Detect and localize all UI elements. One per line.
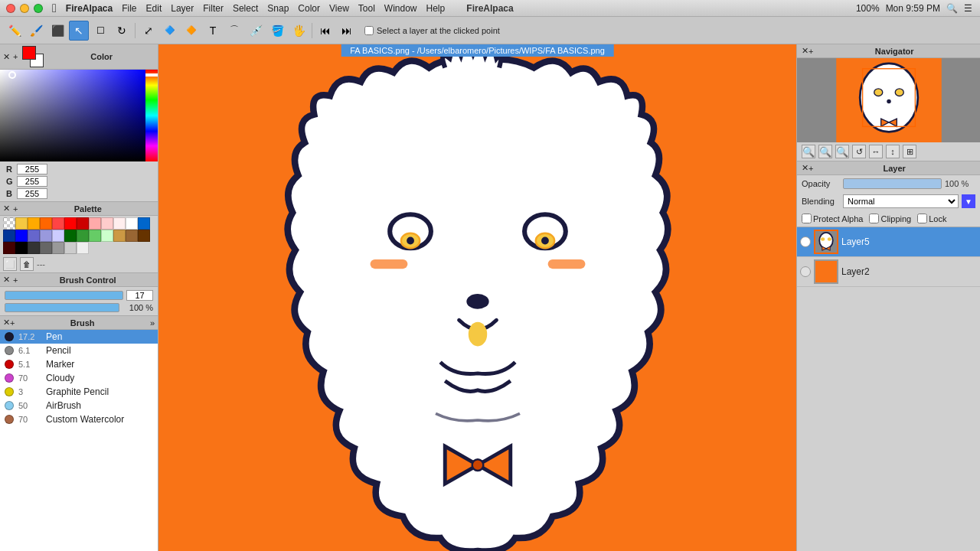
- palette-color-29[interactable]: [77, 242, 89, 254]
- palette-color-13[interactable]: [28, 230, 40, 242]
- palette-color-5[interactable]: [77, 217, 89, 230]
- zoom-out-button[interactable]: 🔍: [802, 145, 815, 158]
- palette-color-12[interactable]: [15, 230, 28, 242]
- b-input[interactable]: [17, 188, 47, 199]
- file-menu-item[interactable]: File: [122, 3, 136, 14]
- brush-list-more[interactable]: »: [150, 318, 155, 328]
- app-menu-item[interactable]: FireAlpaca: [66, 3, 113, 14]
- palette-color-22[interactable]: [138, 230, 150, 242]
- zoom-in-button[interactable]: 🔍: [835, 145, 849, 158]
- window-menu-item[interactable]: Window: [384, 3, 417, 14]
- g-input[interactable]: [17, 176, 47, 187]
- palette-color-8[interactable]: [113, 217, 126, 230]
- curve-tool[interactable]: ⌒: [224, 21, 244, 41]
- palette-color-19[interactable]: [101, 230, 113, 242]
- brush-item-custom-watercolor[interactable]: 70 Custom Watercolor: [0, 412, 158, 426]
- help-menu-item[interactable]: Help: [426, 3, 446, 14]
- selection-tool[interactable]: ↖: [69, 21, 89, 41]
- brush-control-close[interactable]: ✕: [3, 275, 10, 285]
- palette-color-9[interactable]: [126, 217, 138, 230]
- flip-h-button[interactable]: ↔: [869, 145, 883, 158]
- brush-item-pen[interactable]: 17.2 Pen: [0, 330, 158, 344]
- next-frame-btn[interactable]: ⏭: [337, 21, 357, 41]
- palette-color-6[interactable]: [89, 217, 101, 230]
- brush-item-marker[interactable]: 5.1 Marker: [0, 357, 158, 371]
- tool-menu-item[interactable]: Tool: [358, 3, 375, 14]
- palette-color-7[interactable]: [101, 217, 113, 230]
- palette-color-18[interactable]: [89, 230, 101, 242]
- prev-frame-btn[interactable]: ⏮: [315, 21, 335, 41]
- size-input[interactable]: [126, 290, 153, 301]
- eyedropper-tool[interactable]: 💉: [246, 21, 266, 41]
- deform-tool[interactable]: 🔷: [160, 21, 180, 41]
- puppet-tool[interactable]: 🔶: [181, 21, 201, 41]
- search-icon[interactable]: 🔍: [946, 3, 958, 14]
- color-panel-close[interactable]: ✕: [3, 52, 10, 62]
- zoom-fit-button[interactable]: 🔍: [818, 145, 832, 158]
- palette-color-21[interactable]: [126, 230, 138, 242]
- palette-color-23[interactable]: [3, 242, 15, 254]
- clipping-checkbox[interactable]: [869, 214, 879, 223]
- palette-color-28[interactable]: [64, 242, 77, 254]
- blend-dropdown-button[interactable]: ▼: [962, 194, 975, 208]
- palette-color-17[interactable]: [77, 230, 89, 242]
- move-tool[interactable]: ☐: [90, 21, 110, 41]
- layer-visibility-toggle[interactable]: [800, 266, 811, 277]
- palette-color-14[interactable]: [40, 230, 52, 242]
- size-slider[interactable]: [5, 291, 123, 300]
- nav-close[interactable]: ✕: [802, 46, 808, 56]
- brush-item-airbrush[interactable]: 50 AirBrush: [0, 399, 158, 412]
- palette-color-15[interactable]: [52, 230, 64, 242]
- fill-tool[interactable]: ⬛: [47, 21, 67, 41]
- palette-color-2[interactable]: [40, 217, 52, 230]
- palette-color-25[interactable]: [28, 242, 40, 254]
- close-button[interactable]: [6, 4, 15, 13]
- edit-menu-item[interactable]: Edit: [146, 3, 162, 14]
- lock-checkbox[interactable]: [917, 214, 927, 223]
- maximize-button[interactable]: [34, 4, 43, 13]
- palette-color-20[interactable]: [113, 230, 126, 242]
- palette-color-4[interactable]: [64, 217, 77, 230]
- nav-more-button[interactable]: ⊞: [903, 145, 916, 158]
- select-menu-item[interactable]: Select: [233, 3, 258, 14]
- brush-list-close[interactable]: ✕: [3, 318, 10, 328]
- foreground-color[interactable]: [22, 46, 36, 60]
- palette-color-27[interactable]: [52, 242, 64, 254]
- palette-color-26[interactable]: [40, 242, 52, 254]
- brush-item-cloudy[interactable]: 70 Cloudy: [0, 371, 158, 385]
- palette-color-1[interactable]: [28, 217, 40, 230]
- filter-menu-item[interactable]: Filter: [203, 3, 224, 14]
- brush-item-graphite-pencil[interactable]: 3 Graphite Pencil: [0, 385, 158, 399]
- rotate-tool[interactable]: ↻: [112, 21, 132, 41]
- palette-close[interactable]: ✕: [3, 204, 10, 214]
- protect-alpha-checkbox[interactable]: [802, 214, 812, 223]
- palette-color-24[interactable]: [15, 242, 28, 254]
- palette-color-11[interactable]: [3, 230, 15, 242]
- blend-mode-select[interactable]: Normal: [843, 194, 959, 208]
- flip-v-button[interactable]: ↕: [886, 145, 900, 158]
- layer-panel-close[interactable]: ✕: [802, 163, 808, 173]
- palette-color-10[interactable]: [138, 217, 150, 230]
- delete-color-button[interactable]: 🗑: [20, 257, 34, 271]
- view-menu-item[interactable]: View: [329, 3, 349, 14]
- pen-tool[interactable]: ✏️: [5, 21, 24, 41]
- brush-control-expand[interactable]: +: [13, 276, 18, 285]
- color-preview[interactable]: [22, 46, 44, 67]
- control-strip-icon[interactable]: ☰: [964, 3, 972, 14]
- new-color-button[interactable]: ⬜: [3, 257, 17, 271]
- color-gradient[interactable]: [0, 70, 158, 161]
- palette-expand[interactable]: +: [13, 204, 18, 214]
- fill-bucket-tool[interactable]: 🪣: [267, 21, 287, 41]
- minimize-button[interactable]: [20, 4, 29, 13]
- brush-item-pencil[interactable]: 6.1 Pencil: [0, 344, 158, 357]
- opacity-slider[interactable]: [5, 303, 119, 312]
- color-panel-expand[interactable]: +: [13, 52, 18, 61]
- palette-color-16[interactable]: [64, 230, 77, 242]
- layer-item-layer2[interactable]: Layer2: [797, 257, 980, 287]
- canvas-area[interactable]: [158, 44, 796, 551]
- rotate-reset-button[interactable]: ↺: [852, 145, 866, 158]
- transform-tool[interactable]: ⤢: [139, 21, 158, 41]
- navigator-preview[interactable]: [797, 58, 980, 142]
- brush-tool[interactable]: 🖌️: [26, 21, 46, 41]
- layer-item-layer5[interactable]: Layer5: [797, 227, 980, 257]
